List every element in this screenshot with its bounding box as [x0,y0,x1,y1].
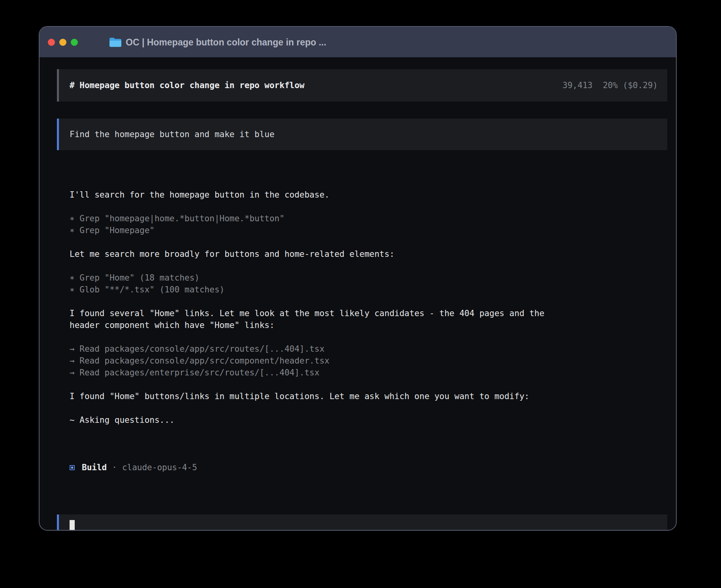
transcript-line: ∗ Glob "**/*.tsx" (100 matches) [70,284,667,296]
maximize-button[interactable] [71,39,78,46]
user-message: Find the homepage button and make it blu… [57,119,667,150]
transcript-line: ∗ Grep "Homepage" [70,224,667,236]
transcript-block-assistant: I'll search for the homepage button in t… [70,189,667,201]
transcript-groups: I'll search for the homepage button in t… [70,189,667,426]
transcript-block-assistant: I found several "Home" links. Let me loo… [70,307,667,331]
traffic-lights [48,39,78,46]
separator-dot: · [112,462,117,473]
transcript-block-tool: ∗ Grep "Home" (18 matches)∗ Glob "**/*.t… [70,272,667,296]
minimize-button[interactable] [59,39,66,46]
transcript-line: ∗ Grep "Home" (18 matches) [70,272,667,284]
transcript-line: I found several "Home" links. Let me loo… [70,307,667,319]
close-button[interactable] [48,39,55,46]
transcript-line: → Read packages/console/app/src/componen… [70,355,667,367]
task-icon-fill [71,467,73,469]
transcript: I'll search for the homepage button in t… [57,165,667,497]
transcript-line: ∗ Grep "homepage|home.*button|Home.*butt… [70,213,667,224]
transcript-line: header component which have "Home" links… [70,319,667,331]
agent-status-line: Build · claude-opus-4-5 [70,462,667,473]
transcript-line: ~ Asking questions... [70,414,667,426]
transcript-block-assistant: Let me search more broadly for buttons a… [70,248,667,260]
prompt-input[interactable]: Build Claude Opus 4.5 OpenCode Zen [57,514,667,531]
user-message-text: Find the homepage button and make it blu… [70,130,274,139]
agent-model: claude-opus-4-5 [122,462,197,473]
text-cursor [70,520,75,531]
transcript-block-assistant: I found "Home" buttons/links in multiple… [70,390,667,402]
transcript-line: I'll search for the homepage button in t… [70,189,667,201]
transcript-block-tool: ∗ Grep "homepage|home.*button|Home.*butt… [70,213,667,236]
context-usage: 20% ($0.29) [603,81,658,90]
task-icon [70,465,75,470]
folder-icon [109,37,121,47]
session-stats: 39,413 20% ($0.29) [562,81,658,90]
titlebar[interactable]: OC | Homepage button color change in rep… [40,27,676,57]
token-count: 39,413 [562,81,593,90]
agent-name: Build [82,462,107,473]
window-title: OC | Homepage button color change in rep… [126,37,326,47]
session-header: # Homepage button color change in repo w… [57,69,667,102]
transcript-block-assistant: ~ Asking questions... [70,414,667,426]
transcript-line: → Read packages/console/app/src/routes/[… [70,343,667,355]
terminal-window: OC | Homepage button color change in rep… [39,26,677,531]
transcript-line: → Read packages/enterprise/src/routes/[.… [70,367,667,379]
transcript-line: Let me search more broadly for buttons a… [70,248,667,260]
transcript-block-tool: → Read packages/console/app/src/routes/[… [70,343,667,379]
title-group: OC | Homepage button color change in rep… [109,37,326,47]
terminal-content: # Homepage button color change in repo w… [40,57,676,531]
session-title: # Homepage button color change in repo w… [70,81,304,90]
transcript-line: I found "Home" buttons/links in multiple… [70,390,667,402]
